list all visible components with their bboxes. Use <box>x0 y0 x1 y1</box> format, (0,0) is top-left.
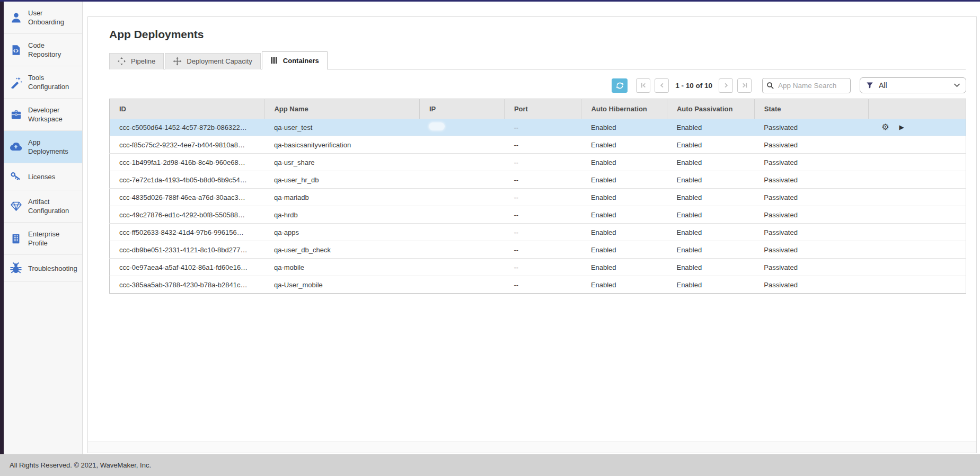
tab-label: Containers <box>283 57 319 65</box>
cell-state: Passivated <box>754 119 868 136</box>
tab-pipeline[interactable]: Pipeline <box>109 53 164 69</box>
cell-id: ccc-ff502633-8432-41d4-97b6-996156… <box>110 224 264 241</box>
sidebar-item-licenses[interactable]: Licenses <box>4 163 82 190</box>
tab-containers[interactable]: Containers <box>262 51 328 69</box>
cell-app-name: qa-User_mobile <box>264 276 419 294</box>
cell-state: Passivated <box>754 224 868 241</box>
cell-ip <box>419 189 504 206</box>
cell-actions <box>868 136 966 154</box>
redacted-ip <box>429 157 445 165</box>
containers-table: ID App Name IP Port Auto Hibernation Aut… <box>109 99 966 294</box>
cell-ip <box>419 206 504 224</box>
sidebar-item-label: Artifact Configuration <box>28 197 79 215</box>
user-icon <box>4 12 28 24</box>
refresh-button[interactable] <box>612 78 628 93</box>
column-header-actions <box>868 99 966 119</box>
sidebar-item-label: Enterprise Profile <box>28 230 79 248</box>
cell-port: -- <box>504 241 581 259</box>
column-header-id: ID <box>110 99 264 119</box>
prev-page-button[interactable] <box>655 78 669 93</box>
cell-auto-hibernation: Enabled <box>581 206 667 224</box>
cell-ip <box>419 136 504 154</box>
sidebar-item-label: Licenses <box>28 172 55 181</box>
cell-id: ccc-c5050d64-1452-4c57-872b-086322… <box>110 119 264 136</box>
settings-gear-icon[interactable]: ⚙ <box>881 124 889 131</box>
footer: All Rights Reserved. © 2021, WaveMaker, … <box>0 454 980 476</box>
magic-wand-icon <box>4 76 28 89</box>
cell-auto-hibernation: Enabled <box>581 154 667 171</box>
table-row[interactable]: ccc-ff502633-8432-41d4-97b6-996156… qa-a… <box>110 224 966 241</box>
next-page-button[interactable] <box>719 78 733 93</box>
redacted-ip <box>429 262 445 270</box>
table-row[interactable]: ccc-db9be051-2331-4121-8c10-8bd277… qa-u… <box>110 241 966 259</box>
cell-auto-passivation: Enabled <box>667 241 754 259</box>
sidebar-item-artifact-configuration[interactable]: Artifact Configuration <box>4 190 82 223</box>
sidebar-item-enterprise-profile[interactable]: Enterprise Profile <box>4 223 82 255</box>
last-page-button[interactable] <box>737 78 752 93</box>
cell-actions <box>868 171 966 189</box>
table-row[interactable]: ccc-1b499fa1-2d98-416b-8c4b-960e68… qa-u… <box>110 154 966 171</box>
redacted-ip <box>429 175 445 183</box>
sidebar-item-user-onboarding[interactable]: User Onboarding <box>4 2 82 34</box>
cell-auto-hibernation: Enabled <box>581 136 667 154</box>
table-row[interactable]: ccc-0e97aea4-a5af-4102-86a1-fd60e16… qa-… <box>110 259 966 276</box>
cell-ip <box>419 171 504 189</box>
cell-actions: ⚙ ▶ <box>868 119 966 136</box>
sidebar-item-label: Tools Configuration <box>28 73 79 91</box>
columns-icon <box>270 56 278 65</box>
cell-ip <box>419 224 504 241</box>
tab-label: Pipeline <box>131 57 155 65</box>
state-filter-select[interactable]: All <box>860 77 966 93</box>
search-box <box>762 78 851 93</box>
filter-selected-value: All <box>879 81 953 90</box>
cell-state: Passivated <box>754 189 868 206</box>
next-page-icon <box>722 82 730 89</box>
sidebar-nav: User Onboarding Code Repository Tools Co… <box>4 2 82 282</box>
cell-id: ccc-1b499fa1-2d98-416b-8c4b-960e68… <box>110 154 264 171</box>
sidebar: User Onboarding Code Repository Tools Co… <box>0 2 83 454</box>
sidebar-item-label: App Deployments <box>28 138 79 156</box>
cell-auto-passivation: Enabled <box>667 171 754 189</box>
sidebar-item-label: Troubleshooting <box>28 264 77 273</box>
cell-actions <box>868 259 966 276</box>
table-row[interactable]: ccc-c5050d64-1452-4c57-872b-086322… qa-u… <box>110 119 966 136</box>
sidebar-item-app-deployments[interactable]: App Deployments <box>4 131 82 163</box>
tab-label: Deployment Capacity <box>187 57 252 65</box>
column-header-state: State <box>754 99 868 119</box>
cell-state: Passivated <box>754 206 868 224</box>
redacted-ip <box>429 245 445 253</box>
search-icon <box>766 82 774 90</box>
first-page-button[interactable] <box>636 78 650 93</box>
cell-auto-passivation: Enabled <box>667 224 754 241</box>
sidebar-item-code-repository[interactable]: Code Repository <box>4 34 82 66</box>
cell-app-name: qa-hrdb <box>264 206 419 224</box>
redacted-ip <box>429 280 445 288</box>
sidebar-item-label: User Onboarding <box>28 8 79 27</box>
table-row[interactable]: ccc-f85c75c2-9232-4ee7-b404-9810a8… qa-b… <box>110 136 966 154</box>
content-card: App Deployments Pipeline Deployment Capa… <box>87 16 977 453</box>
cloud-upload-icon <box>4 140 28 153</box>
sidebar-item-troubleshooting[interactable]: Troubleshooting <box>4 255 82 282</box>
building-icon <box>4 233 28 245</box>
table-row[interactable]: ccc-7e72c1da-4193-4b05-b8d0-6b9c54… qa-u… <box>110 171 966 189</box>
search-input[interactable] <box>762 78 851 93</box>
cell-id: ccc-0e97aea4-a5af-4102-86a1-fd60e16… <box>110 259 264 276</box>
table-row[interactable]: ccc-385aa5ab-3788-4230-b78a-b2841c… qa-U… <box>110 276 966 294</box>
redacted-ip <box>429 122 445 130</box>
table-row[interactable]: ccc-4835d026-788f-46ea-a76d-30aac3… qa-m… <box>110 189 966 206</box>
sidebar-item-tools-configuration[interactable]: Tools Configuration <box>4 66 82 99</box>
cell-ip <box>419 119 504 136</box>
column-header-auto-hibernation: Auto Hibernation <box>581 99 667 119</box>
cell-app-name: qa-mariadb <box>264 189 419 206</box>
cell-auto-passivation: Enabled <box>667 189 754 206</box>
play-icon[interactable]: ▶ <box>899 124 904 131</box>
gem-icon <box>4 200 28 213</box>
cell-port: -- <box>504 276 581 294</box>
tab-deployment-capacity[interactable]: Deployment Capacity <box>165 53 261 69</box>
cell-app-name: qa-user_hr_db <box>264 171 419 189</box>
cell-actions <box>868 241 966 259</box>
pagination-range: 1 - 10 of 10 <box>675 82 712 90</box>
sidebar-item-developer-workspace[interactable]: Developer Workspace <box>4 99 82 131</box>
cell-port: -- <box>504 154 581 171</box>
table-row[interactable]: ccc-49c27876-ed1c-4292-b0f8-550588… qa-h… <box>110 206 966 224</box>
